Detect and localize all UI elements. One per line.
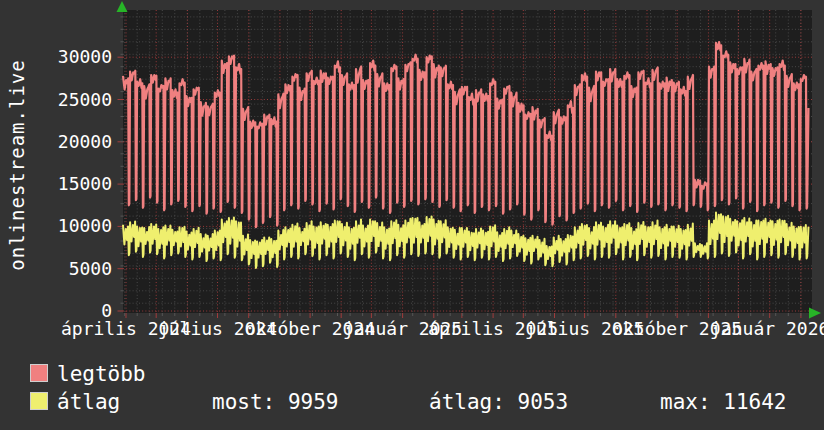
y-tick-label: 30000 <box>36 46 112 68</box>
y-tick-label: 25000 <box>36 89 112 111</box>
stat-most: most: 9959 <box>212 390 338 414</box>
x-axis-arrow-icon <box>809 308 821 319</box>
stat-max-label: max: <box>660 390 711 414</box>
x-tick-label: január 2026 <box>710 318 824 340</box>
stat-most-label: most: <box>212 390 275 414</box>
legend-label-atlag: átlag <box>57 390 120 414</box>
legend-swatch-atlag <box>30 392 48 410</box>
stat-atlag-label: átlag: <box>429 390 505 414</box>
y-axis-arrow-icon <box>117 1 128 12</box>
data-series <box>123 42 809 268</box>
y-tick-label: 5000 <box>36 258 112 280</box>
y-tick-label: 10000 <box>36 215 112 237</box>
stat-most-value: 9959 <box>288 390 339 414</box>
stat-max: max: 11642 <box>660 390 786 414</box>
legend-swatch-legtobb <box>30 364 48 382</box>
legend-label-legtobb: legtöbb <box>57 362 146 386</box>
stat-atlag-value: 9053 <box>518 390 569 414</box>
stat-atlag: átlag: 9053 <box>429 390 568 414</box>
y-tick-label: 20000 <box>36 131 112 153</box>
graph-page: onlinestream.live 0500010000150002000025… <box>0 0 824 430</box>
stat-max-value: 11642 <box>723 390 786 414</box>
y-tick-label: 15000 <box>36 173 112 195</box>
